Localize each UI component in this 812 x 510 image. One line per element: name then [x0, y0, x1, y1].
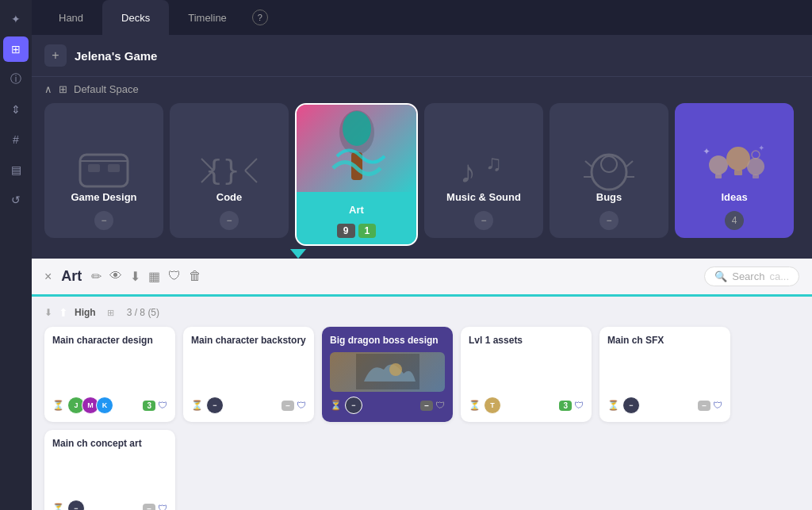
- calendar-icon[interactable]: ▦: [148, 269, 160, 284]
- close-art-button[interactable]: ×: [44, 270, 52, 284]
- card-main-char-design[interactable]: Main character design ⏳ J M K 3 🛡: [44, 327, 175, 422]
- card-count-sfx: −: [698, 401, 710, 411]
- card-title-main-char-backstory: Main character backstory: [191, 335, 306, 347]
- card-lvl1-assets[interactable]: Lvl 1 assets ⏳ T 3 🛡: [461, 327, 592, 422]
- card-footer-left-sfx: ⏳ −: [607, 397, 640, 414]
- sidebar-icon-chart[interactable]: ▤: [3, 157, 29, 182]
- card-title-sfx: Main ch SFX: [607, 335, 722, 347]
- high-group-collapse2[interactable]: ⊞: [107, 308, 114, 318]
- deck-pointer: [290, 249, 306, 259]
- deck-minus-music[interactable]: −: [474, 211, 493, 230]
- space-collapse-icon[interactable]: ∧: [44, 83, 52, 95]
- svg-line-8: [245, 171, 257, 182]
- svg-text:✦: ✦: [758, 144, 764, 152]
- add-project-button[interactable]: +: [44, 44, 67, 67]
- help-button[interactable]: ?: [252, 10, 268, 25]
- deck-card-music[interactable]: ♪ ♫ Music & Sound −: [424, 103, 543, 238]
- shield-icon-dragon: 🛡: [435, 400, 445, 411]
- deck-card-bugs[interactable]: Bugs −: [550, 103, 668, 238]
- art-section-title: Art: [61, 268, 82, 285]
- svg-rect-21: [715, 174, 722, 178]
- shield-header-icon[interactable]: 🛡: [168, 269, 181, 284]
- svg-point-22: [726, 147, 750, 171]
- card-body-main-char-backstory: [191, 352, 306, 392]
- space-label: Default Space: [74, 83, 139, 95]
- space-grid-icon: ⊞: [59, 83, 67, 95]
- svg-point-30: [389, 363, 402, 376]
- shield-icon-concept-high: 🛡: [158, 503, 167, 510]
- avatar-k: K: [96, 397, 113, 414]
- deck-card-bottom-music: Music & Sound −: [446, 191, 521, 230]
- art-label-area: Art 9 1: [297, 199, 416, 244]
- high-collapse-button[interactable]: ⬇: [44, 307, 52, 318]
- card-footer-dragon-boss: ⏳ − − 🛡: [330, 397, 445, 414]
- deck-card-art[interactable]: Art 9 1: [295, 103, 418, 246]
- card-footer-sfx: ⏳ − − 🛡: [607, 397, 722, 414]
- sidebar-icon-info[interactable]: ⓘ: [3, 67, 29, 92]
- tab-hand[interactable]: Hand: [40, 0, 102, 35]
- card-main-char-backstory[interactable]: Main character backstory ⏳ − − 🛡: [183, 327, 314, 422]
- shield-icon-lvl1: 🛡: [574, 400, 584, 411]
- sidebar-icon-cards[interactable]: ⊞: [3, 36, 29, 62]
- svg-rect-2: [88, 164, 100, 172]
- search-label: Search: [732, 270, 764, 282]
- art-badge-9: 9: [337, 224, 355, 238]
- card-footer-left-backstory: ⏳ −: [191, 397, 224, 414]
- svg-rect-0: [80, 155, 128, 186]
- tab-decks[interactable]: Decks: [102, 0, 169, 35]
- hourglass-icon: ⏳: [52, 400, 64, 411]
- card-count-lvl1: 3: [559, 401, 572, 411]
- svg-point-20: [709, 155, 728, 174]
- deck-card-bottom-code: Code −: [216, 191, 243, 230]
- tab-timeline[interactable]: Timeline: [169, 0, 246, 35]
- card-footer-lvl1: ⏳ T 3 🛡: [469, 397, 584, 414]
- deck-minus-game-design[interactable]: −: [94, 211, 113, 230]
- card-body-lvl1: [469, 352, 584, 392]
- deck-card-ideas[interactable]: ✦ ✦ Ideas 4: [675, 103, 794, 238]
- card-footer-right-concept-high: − 🛡: [143, 503, 167, 510]
- card-footer-main-char-backstory: ⏳ − − 🛡: [191, 397, 306, 414]
- project-header: + Jelena's Game: [32, 35, 812, 77]
- card-count-dragon: −: [420, 401, 433, 411]
- sidebar-logo[interactable]: ✦: [3, 6, 29, 32]
- sidebar-icon-hash[interactable]: #: [3, 127, 29, 152]
- deck-label-game-design: Game Design: [71, 191, 136, 203]
- card-title-concept-high: Main ch concept art: [52, 438, 167, 451]
- deck-card-code[interactable]: {} Code −: [170, 103, 289, 238]
- high-priority-header: ⬇ ⬆ High ⊞ 3 / 8 (5): [44, 306, 799, 319]
- deck-minus-code[interactable]: −: [220, 211, 239, 230]
- main-area: Hand Decks Timeline ? + Jelena's Game ∧ …: [32, 0, 812, 510]
- card-main-ch-sfx[interactable]: Main ch SFX ⏳ − − 🛡: [599, 327, 730, 422]
- deck-minus-bugs[interactable]: −: [599, 211, 619, 230]
- search-bar[interactable]: 🔍 Search ca...: [704, 267, 799, 286]
- deck-pointer-row: [44, 249, 799, 259]
- shield-icon-main-char: 🛡: [158, 400, 167, 411]
- trash-icon[interactable]: 🗑: [189, 269, 201, 284]
- project-title: Jelena's Game: [75, 49, 157, 63]
- deck-minus-ideas[interactable]: 4: [725, 211, 744, 230]
- art-header-actions: ✏ 👁 ⬇ ▦ 🛡 🗑: [91, 269, 201, 284]
- card-footer-right-lvl1: 3 🛡: [559, 400, 584, 411]
- card-footer-concept-high: ⏳ − − 🛡: [52, 500, 167, 510]
- card-title-main-char-design: Main character design: [52, 335, 167, 347]
- edit-icon[interactable]: ✏: [91, 269, 102, 284]
- hourglass-icon-concept-high: ⏳: [52, 503, 64, 510]
- inbox-icon[interactable]: ⬇: [130, 269, 140, 284]
- svg-rect-25: [753, 174, 759, 178]
- search-placeholder: ca...: [769, 270, 789, 282]
- svg-text:✦: ✦: [703, 146, 710, 157]
- deck-card-game-design[interactable]: Game Design −: [44, 103, 163, 238]
- eye-icon[interactable]: 👁: [109, 269, 122, 284]
- card-main-ch-concept-art-high[interactable]: Main ch concept art ⏳ − − 🛡: [44, 430, 175, 510]
- hourglass-icon-lvl1: ⏳: [469, 400, 481, 411]
- svg-line-16: [585, 161, 592, 167]
- card-body-concept-high: [52, 455, 167, 495]
- svg-point-28: [752, 151, 760, 159]
- hourglass-icon-backstory: ⏳: [191, 400, 203, 411]
- sidebar-icon-history[interactable]: ↺: [3, 187, 29, 213]
- card-big-dragon-boss[interactable]: Big dragon boss design ⏳ −: [322, 327, 453, 422]
- card-footer-right-dragon: − 🛡: [420, 400, 445, 411]
- sidebar: ✦ ⊞ ⓘ ⇕ # ▤ ↺: [0, 0, 32, 510]
- sidebar-icon-move[interactable]: ⇕: [3, 97, 29, 122]
- art-section-header: × Art ✏ 👁 ⬇ ▦ 🛡 🗑 🔍 Search ca...: [32, 259, 812, 297]
